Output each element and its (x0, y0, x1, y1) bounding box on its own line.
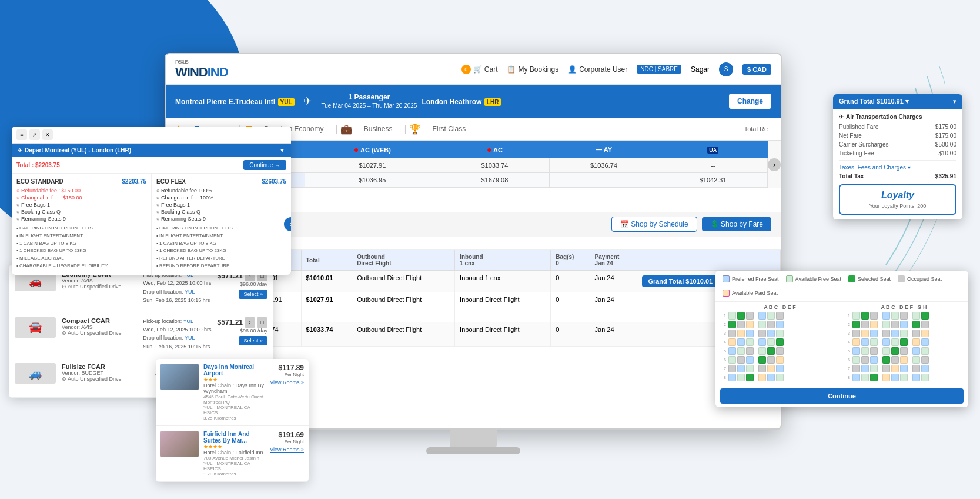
fare-ac-row1[interactable]: $1033.74 (440, 158, 550, 173)
seat-r1-c5[interactable] (891, 312, 899, 320)
shop-by-schedule-button[interactable]: 📅 Shop by Schedule (611, 217, 697, 232)
seat-r7-c8[interactable] (912, 365, 920, 372)
fare-ua-row1[interactable]: -- (658, 158, 768, 173)
seat-r7-c4[interactable] (882, 365, 890, 372)
seat-r2-c8[interactable] (912, 321, 920, 328)
seat-r1-c5[interactable] (767, 312, 775, 320)
depart-icon-3[interactable]: ✕ (42, 129, 53, 140)
fare-ac-row2[interactable]: $1679.08 (440, 173, 550, 188)
seat-r4-c2[interactable] (746, 338, 754, 346)
seat-r4-c6[interactable] (900, 338, 908, 346)
seat-r5-c9[interactable] (921, 347, 929, 355)
seat-r4-c5[interactable] (767, 338, 775, 346)
seat-r1-c4[interactable] (758, 312, 766, 320)
hotel-days-inn-view-rooms-button[interactable]: View Rooms » (270, 380, 304, 385)
seat-r7-c2[interactable] (746, 365, 754, 372)
user-nav-item[interactable]: 👤 Corporate User (568, 65, 627, 74)
seat-r7-c0[interactable] (852, 365, 860, 372)
seat-r5-c8[interactable] (912, 347, 920, 355)
seat-r2-c2[interactable] (870, 321, 878, 328)
fare-ay-row2[interactable]: -- (549, 173, 658, 188)
car-compact-arrow-btn[interactable]: › (245, 317, 255, 328)
seat-r6-c2[interactable] (746, 356, 754, 364)
seat-r7-c2[interactable] (870, 365, 878, 372)
seat-r7-c6[interactable] (776, 365, 784, 372)
depart-icon-2[interactable]: ↗ (29, 129, 40, 140)
seat-r8-c5[interactable] (767, 374, 775, 381)
seat-r1-c9[interactable] (921, 312, 929, 320)
seat-r3-c6[interactable] (776, 330, 784, 337)
tab-first-class[interactable]: First Class (423, 120, 476, 139)
depart-chevron-icon[interactable]: ▼ (279, 147, 285, 154)
seat-r1-c2[interactable] (746, 312, 754, 320)
seat-r2-c0[interactable] (728, 321, 736, 328)
seat-r7-c1[interactable] (861, 365, 869, 372)
car-compact-expand-btn[interactable]: □ (257, 317, 267, 328)
seat-r3-c6[interactable] (900, 330, 908, 337)
seat-r3-c4[interactable] (758, 330, 766, 337)
grand-total-chevron-icon[interactable]: ▾ (953, 98, 956, 105)
depart-continue-button[interactable]: Continue → (243, 160, 286, 170)
seat-r4-c6[interactable] (776, 338, 784, 346)
seat-r6-c0[interactable] (852, 356, 860, 364)
seat-r2-c6[interactable] (776, 321, 784, 328)
seat-r3-c0[interactable] (852, 330, 860, 337)
seat-r3-c4[interactable] (882, 330, 890, 337)
seat-r8-c1[interactable] (861, 374, 869, 381)
seat-r5-c5[interactable] (891, 347, 899, 355)
seat-r8-c4[interactable] (758, 374, 766, 381)
depart-icon-1[interactable]: ≡ (16, 129, 27, 140)
seat-r7-c4[interactable] (758, 365, 766, 372)
seat-r1-c6[interactable] (776, 312, 784, 320)
seat-r8-c5[interactable] (891, 374, 899, 381)
seat-r1-c0[interactable] (728, 312, 736, 320)
seat-r8-c0[interactable] (852, 374, 860, 381)
car-compact-select-button[interactable]: Select » (239, 336, 267, 345)
seat-r6-c1[interactable] (861, 356, 869, 364)
seat-r7-c5[interactable] (891, 365, 899, 372)
seat-r7-c5[interactable] (767, 365, 775, 372)
seat-r1-c4[interactable] (882, 312, 890, 320)
seat-r5-c2[interactable] (870, 347, 878, 355)
seat-r2-c1[interactable] (861, 321, 869, 328)
seat-r5-c0[interactable] (852, 347, 860, 355)
seat-r4-c1[interactable] (737, 338, 745, 346)
seat-r4-c8[interactable] (912, 338, 920, 346)
seat-r3-c8[interactable] (912, 330, 920, 337)
seat-r4-c2[interactable] (870, 338, 878, 346)
seat-r7-c0[interactable] (728, 365, 736, 372)
seat-r2-c1[interactable] (737, 321, 745, 328)
seat-r3-c1[interactable] (861, 330, 869, 337)
seat-r2-c4[interactable] (758, 321, 766, 328)
seat-r1-c1[interactable] (861, 312, 869, 320)
cart-nav-item[interactable]: 0 🛒 Cart (461, 65, 498, 74)
seat-r1-c0[interactable] (852, 312, 860, 320)
seat-r4-c5[interactable] (891, 338, 899, 346)
seat-r7-c1[interactable] (737, 365, 745, 372)
seat-r8-c6[interactable] (776, 374, 784, 381)
seat-r4-c1[interactable] (861, 338, 869, 346)
car-economy-select-button[interactable]: Select » (239, 290, 267, 299)
seat-r8-c2[interactable] (870, 374, 878, 381)
fare-next-button[interactable]: › (768, 158, 781, 171)
seat-r6-c4[interactable] (758, 356, 766, 364)
seat-r6-c2[interactable] (870, 356, 878, 364)
seat-r2-c0[interactable] (852, 321, 860, 328)
taxes-fees-label[interactable]: Taxes, Fees and Charges ▾ (839, 164, 911, 171)
hotel-fairfield-view-rooms-button[interactable]: View Rooms » (270, 447, 304, 453)
seat-r5-c6[interactable] (900, 347, 908, 355)
tab-business[interactable]: Business (354, 120, 402, 139)
seat-r4-c0[interactable] (852, 338, 860, 346)
seat-r6-c9[interactable] (921, 356, 929, 364)
fare-ay-row1[interactable]: $1036.74 (549, 158, 658, 173)
seat-map-continue-button[interactable]: Continue (720, 388, 964, 404)
seat-r8-c1[interactable] (737, 374, 745, 381)
seat-r6-c8[interactable] (912, 356, 920, 364)
seat-r3-c5[interactable] (767, 330, 775, 337)
seat-r6-c5[interactable] (767, 356, 775, 364)
seat-r3-c9[interactable] (921, 330, 929, 337)
lh-grand-total-button[interactable]: Grand Total $1010.01 (642, 275, 718, 287)
seat-r8-c4[interactable] (882, 374, 890, 381)
seat-r2-c2[interactable] (746, 321, 754, 328)
seat-r6-c5[interactable] (891, 356, 899, 364)
